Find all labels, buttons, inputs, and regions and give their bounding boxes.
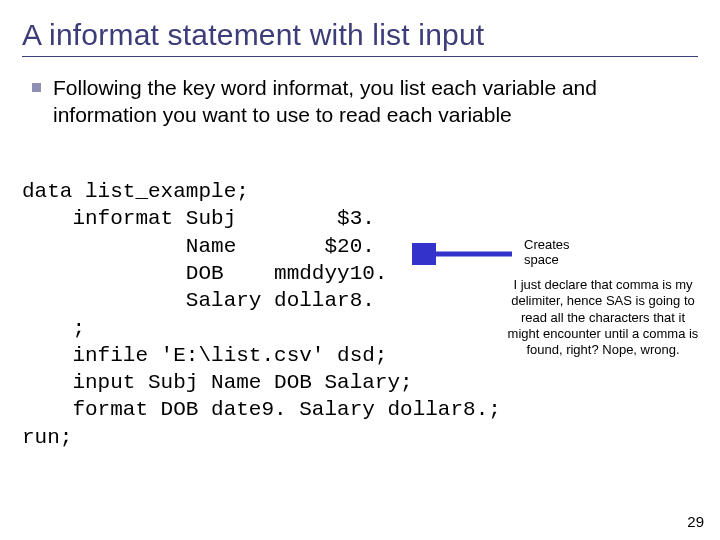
- code-line: data list_example;: [22, 180, 249, 203]
- code-line: informat Subj $3.: [22, 207, 375, 230]
- arrow-icon: [412, 243, 522, 265]
- annotation-text: space: [524, 252, 559, 267]
- code-line: ;: [22, 317, 85, 340]
- page-number: 29: [687, 513, 704, 530]
- code-line: input Subj Name DOB Salary;: [22, 371, 413, 394]
- code-line: DOB mmddyy10.: [22, 262, 387, 285]
- code-line: format DOB date9. Salary dollar8.;: [22, 398, 501, 421]
- square-bullet-icon: [32, 83, 41, 92]
- bullet-item: Following the key word informat, you lis…: [22, 75, 698, 129]
- bullet-text: Following the key word informat, you lis…: [53, 75, 698, 129]
- annotation-creates: Creates space: [524, 238, 570, 268]
- code-line: Name $20.: [22, 235, 375, 258]
- page-title: A informat statement with list input: [22, 18, 698, 52]
- annotation-sidenote: I just declare that comma is my delimite…: [504, 277, 702, 358]
- title-underline: [22, 56, 698, 57]
- annotation-text: Creates: [524, 237, 570, 252]
- code-line: infile 'E:\list.csv' dsd;: [22, 344, 387, 367]
- code-line: run;: [22, 426, 72, 449]
- code-line: Salary dollar8.: [22, 289, 375, 312]
